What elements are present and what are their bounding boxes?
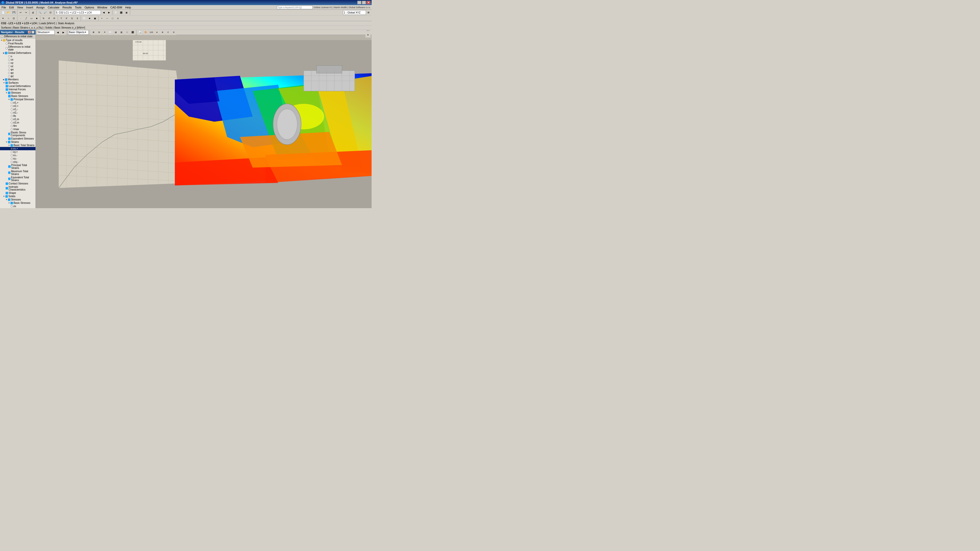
deselect[interactable]: ○ xyxy=(6,16,11,21)
nav-basic-stresses[interactable]: Basic Stresses xyxy=(0,94,35,98)
display-toggle-4[interactable]: D xyxy=(171,30,177,35)
nav-uz[interactable]: uz xyxy=(0,65,35,68)
nav-u[interactable]: u xyxy=(0,55,35,58)
nav-members[interactable]: ▶ Members xyxy=(0,78,35,81)
nav-phiz[interactable]: φz xyxy=(0,75,35,78)
line-tool[interactable]: ╱ xyxy=(24,16,29,21)
viewport-maximize[interactable]: ⛶ xyxy=(366,30,371,32)
nav-differences[interactable]: Differences to initial state xyxy=(0,45,35,51)
display-result-1[interactable]: ⊞ xyxy=(91,30,96,35)
render-mode-3[interactable]: ▦ xyxy=(124,10,129,15)
menu-insert[interactable]: Insert xyxy=(24,5,35,10)
nav-type-results[interactable]: ▼ Type of results xyxy=(0,38,35,42)
display-toggle-1[interactable]: A xyxy=(154,30,159,35)
zoom-out[interactable]: 🔎 xyxy=(43,10,48,15)
select-all[interactable]: ✦ xyxy=(0,16,6,21)
legend-toggle[interactable]: 📊 xyxy=(138,30,143,35)
menu-calculate[interactable]: Calculate xyxy=(46,5,61,10)
nav-elastic-stress[interactable]: Elastic Stress Components xyxy=(0,131,35,137)
nav-ey-minus[interactable]: εy,- xyxy=(0,157,35,160)
viewport[interactable]: Structure ▼ ◀ ▶ Basic Objects ▼ ⊞ ⊟ ✕ ⬜ … xyxy=(36,30,372,208)
menu-view[interactable]: View xyxy=(16,5,25,10)
display-lines[interactable]: ─ xyxy=(105,16,110,21)
display-result-7[interactable]: □ xyxy=(124,30,130,35)
view-top[interactable]: T xyxy=(59,16,64,21)
nav-phiy[interactable]: φy xyxy=(0,71,35,75)
nav-shape[interactable]: Shape xyxy=(0,191,35,195)
undo-button[interactable]: ↩ xyxy=(18,10,23,15)
struct-prev[interactable]: ◀ xyxy=(55,30,60,35)
nav-ex-plus[interactable]: εx,+ xyxy=(0,147,35,150)
result-values-toggle[interactable]: 123 xyxy=(149,30,154,35)
nav-s1minus[interactable]: σ1,- xyxy=(0,108,35,111)
nav-s1plus[interactable]: σ1,+ xyxy=(0,101,35,104)
view-btn[interactable]: ⊞ xyxy=(366,10,371,15)
menu-assign[interactable]: Assign xyxy=(35,5,46,10)
menu-help[interactable]: Help xyxy=(124,5,133,10)
save-button[interactable]: 💾 xyxy=(11,10,16,15)
nav-max-total-strains[interactable]: Maximum Total Strains xyxy=(0,170,35,176)
next-step[interactable]: ▶ xyxy=(107,10,111,15)
display-result-5[interactable]: ▤ xyxy=(113,30,118,35)
display-nodes[interactable]: • xyxy=(99,16,104,21)
nav-ux[interactable]: ux xyxy=(0,58,35,61)
nav-theta-m[interactable]: θm xyxy=(0,124,35,127)
nav-theta-s[interactable]: θs xyxy=(0,114,35,118)
nav-pin[interactable]: 📌 xyxy=(28,30,31,34)
nav-solids[interactable]: ▼ Solids xyxy=(0,195,35,198)
view-3d[interactable]: 3 xyxy=(75,16,80,21)
display-toggle-3[interactable]: C xyxy=(165,30,171,35)
load-combo-dropdown[interactable]: S: C02 LC1 + LC2 + LC3 + LC4 xyxy=(55,10,101,15)
new-button[interactable]: 📄 xyxy=(0,10,6,15)
nav-s2minus[interactable]: σ2,- xyxy=(0,111,35,114)
nav-equiv-stresses[interactable]: Equivalent Stresses xyxy=(0,137,35,140)
menu-cad-bim[interactable]: CAD-BIM xyxy=(109,5,124,10)
redo-button[interactable]: ↪ xyxy=(24,10,29,15)
nav-gamma[interactable]: γxy,- xyxy=(0,160,35,164)
open-button[interactable]: 📂 xyxy=(6,10,11,15)
print-button[interactable]: 🖨 xyxy=(30,10,35,15)
nav-s2plus[interactable]: σ2,+ xyxy=(0,104,35,108)
nav-s1m[interactable]: σ1,m xyxy=(0,118,35,121)
rotate-z[interactable]: ⟳ xyxy=(52,16,57,21)
surface-tool[interactable]: ▭ xyxy=(29,16,34,21)
nav-local-def[interactable]: Local Deformations xyxy=(0,84,35,88)
viewport-close[interactable]: ✕ xyxy=(366,32,371,38)
menu-window[interactable]: Window xyxy=(96,5,109,10)
nav-ey-plus[interactable]: εy,+ xyxy=(0,150,35,154)
zoom-fit[interactable]: ⊡ xyxy=(48,10,53,15)
display-toggle-2[interactable]: B xyxy=(160,30,165,35)
struct-next[interactable]: ▶ xyxy=(61,30,66,35)
search-input[interactable] xyxy=(277,6,313,9)
nav-stresses[interactable]: ▼ Stresses xyxy=(0,91,35,94)
render-mode-1[interactable]: ⬜ xyxy=(113,10,118,15)
nav-solid-basic-stresses[interactable]: ▼ Basic Stresses xyxy=(0,201,35,205)
nav-solid-stresses[interactable]: ▼ Stresses xyxy=(0,198,35,201)
rotate-y[interactable]: ↺ xyxy=(46,16,52,21)
nav-phix[interactable]: φx xyxy=(0,68,35,71)
select-window[interactable]: ⊡ xyxy=(11,16,16,21)
display-result-6[interactable]: ▥ xyxy=(119,30,124,35)
nav-contact-stresses[interactable]: Contact Stresses xyxy=(0,182,35,185)
zoom-in[interactable]: 🔍 xyxy=(37,10,42,15)
solid-view[interactable]: ■ xyxy=(87,16,92,21)
basic-objects-dropdown[interactable]: Basic Objects ▼ xyxy=(68,30,89,35)
close-button[interactable]: ✕ xyxy=(366,1,371,4)
nav-principal-total-strains[interactable]: Principal Total Strains xyxy=(0,164,35,170)
menu-edit[interactable]: Edit xyxy=(8,5,16,10)
nav-basic-total-strains[interactable]: ▼ Basic Total Strains xyxy=(0,144,35,147)
menu-file[interactable]: File xyxy=(0,5,8,10)
color-toggle[interactable]: 🎨 xyxy=(143,30,148,35)
nav-strains[interactable]: ▼ Strains xyxy=(0,140,35,144)
display-result-8[interactable]: ⬛ xyxy=(130,30,135,35)
nav-final-results[interactable]: Final Results xyxy=(0,42,35,45)
structure-dropdown[interactable]: Structure ▼ xyxy=(37,30,55,35)
display-result-3[interactable]: ✕ xyxy=(102,30,107,35)
display-result-2[interactable]: ⊟ xyxy=(97,30,102,35)
nav-taumax[interactable]: τmax xyxy=(0,127,35,131)
menu-options[interactable]: Options xyxy=(83,5,96,10)
render-mode-2[interactable]: ⬛ xyxy=(119,10,124,15)
menu-tools[interactable]: Tools xyxy=(73,5,83,10)
nav-surfaces[interactable]: ▼ Surfaces xyxy=(0,81,35,84)
transparent[interactable]: ▣ xyxy=(92,16,97,21)
